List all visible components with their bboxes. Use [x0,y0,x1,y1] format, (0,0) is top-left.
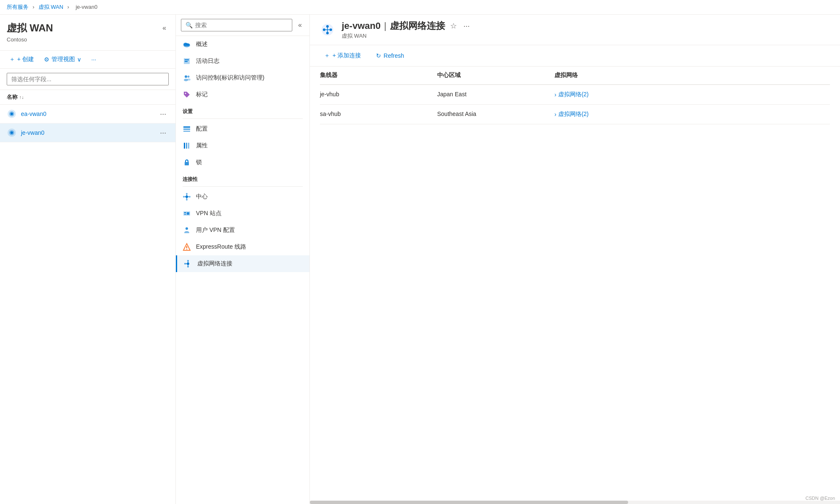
filter-input[interactable] [7,73,169,85]
region-column-header: 中心区域 [437,72,554,79]
nav-item-properties[interactable]: 属性 [176,137,309,154]
tag-icon [183,90,191,99]
nav-item-label: 锁 [196,159,202,166]
nav-item-label: 访问控制(标识和访问管理) [196,74,264,82]
nav-item-activity-log[interactable]: 活动日志 [176,53,309,69]
vnet-link[interactable]: › 虚拟网络(2) [554,111,672,118]
vpn-icon [183,209,191,218]
more-actions-button[interactable]: ··· [89,54,99,64]
breadcrumb-vwan[interactable]: 虚拟 WAN [39,4,63,10]
svg-point-51 [323,28,325,31]
gear-icon: ⚙ [44,56,49,63]
svg-rect-34 [184,212,186,213]
hub-cell: sa-vhub [320,111,437,118]
svg-rect-18 [183,129,190,130]
svg-point-40 [186,249,187,250]
vnet-connections-table: 集线器 中心区域 虚拟网络 je-vhub Japan East › 虚拟网络(… [310,67,840,501]
nav-item-label: 用户 VPN 配置 [196,226,235,234]
breadcrumb-current: je-vwan0 [76,4,98,10]
config-icon [183,125,191,133]
vnet-link[interactable]: › 虚拟网络(2) [554,91,672,98]
list-item[interactable]: ea-vwan0 ··· [0,105,175,123]
nav-item-tags[interactable]: 标记 [176,86,309,103]
properties-icon [183,141,191,150]
section-divider [183,118,303,119]
svg-point-8 [186,44,190,46]
content-panel: je-vwan0 | 虚拟网络连接 ☆ ··· 虚拟 WAN ＋ + 添加连接 … [310,15,840,504]
breadcrumb-all-services[interactable]: 所有服务 [7,4,28,10]
expressroute-icon [183,243,191,251]
svg-point-16 [185,93,186,94]
item-name[interactable]: ea-vwan0 [21,111,157,117]
log-icon [183,57,191,65]
nav-item-lock[interactable]: 锁 [176,154,309,171]
item-more-button[interactable]: ··· [157,109,169,118]
nav-item-user-vpn[interactable]: 用户 VPN 配置 [176,222,309,239]
table-row: je-vhub Japan East › 虚拟网络(2) [320,85,830,105]
svg-point-52 [330,28,332,31]
nav-item-hub[interactable]: 中心 [176,188,309,205]
svg-point-26 [186,199,188,201]
chevron-right-icon: › [554,111,557,118]
name-column-header: 名称 ↑↓ [7,93,24,101]
region-cell: Japan East [437,91,554,98]
collapse-nav-button[interactable]: « [296,21,304,30]
wan-icon [7,128,17,138]
sort-icon: ↑↓ [19,95,24,100]
refresh-button[interactable]: ↻ Refresh [372,50,408,62]
favorite-icon[interactable]: ☆ [448,20,459,32]
user-vpn-icon [183,226,191,234]
chevron-down-icon: ∨ [77,56,81,63]
nav-item-overview[interactable]: 概述 [176,36,309,53]
refresh-icon: ↻ [376,52,381,59]
settings-section-title: 设置 [176,103,309,117]
nav-item-config[interactable]: 配置 [176,121,309,137]
svg-rect-23 [185,162,189,165]
svg-rect-17 [183,126,190,128]
plus-icon: ＋ [9,56,15,63]
content-toolbar: ＋ + 添加连接 ↻ Refresh [310,45,840,67]
left-panel: 虚拟 WAN « Contoso ＋ + 创建 ⚙ 管理视图 ∨ ··· [0,15,176,504]
svg-point-15 [187,79,191,81]
nav-item-expressroute[interactable]: ExpressRoute 线路 [176,239,309,255]
nav-item-label: ExpressRoute 线路 [196,243,246,251]
nav-item-label: 虚拟网络连接 [197,260,232,267]
nav-item-vpn-sites[interactable]: VPN 站点 [176,205,309,222]
section-divider [183,186,303,187]
region-cell: Southeast Asia [437,111,554,118]
nav-panel: 🔍 « 概述 活动日志 [176,15,310,504]
svg-point-5 [10,131,13,134]
left-panel-title: 虚拟 WAN [7,21,53,35]
nav-item-vnet-connections[interactable]: 虚拟网络连接 [176,255,309,272]
add-connection-button[interactable]: ＋ + 添加连接 [320,49,365,62]
list-item[interactable]: je-vwan0 ··· [0,123,175,142]
svg-point-42 [187,260,189,262]
nav-item-label: 中心 [196,193,208,201]
item-name[interactable]: je-vwan0 [21,129,157,136]
cloud-icon [183,40,191,49]
create-button[interactable]: ＋ + 创建 [7,54,36,65]
nav-search-input[interactable] [195,22,288,28]
nav-item-label: 配置 [196,125,208,133]
collapse-left-panel-button[interactable]: « [160,23,169,33]
svg-rect-11 [185,61,188,62]
svg-point-37 [186,227,188,230]
wan-icon [7,109,17,119]
manage-view-button[interactable]: ⚙ 管理视图 ∨ [41,54,84,65]
svg-rect-10 [185,59,189,60]
svg-point-27 [183,196,185,198]
nav-search-container: 🔍 [181,19,292,31]
svg-rect-22 [188,143,189,149]
horizontal-scrollbar[interactable] [310,501,840,504]
svg-point-12 [185,75,187,78]
item-more-button[interactable]: ··· [157,128,169,137]
people-icon [183,74,191,82]
resource-type-label: 虚拟 WAN [342,32,830,40]
scrollbar-thumb[interactable] [310,501,628,504]
chevron-right-icon: › [554,91,557,98]
nav-item-access-control[interactable]: 访问控制(标识和访问管理) [176,69,309,86]
plus-icon: ＋ [324,52,330,59]
more-options-button[interactable]: ··· [462,20,472,32]
left-panel-subtitle: Contoso [7,36,169,43]
nav-item-label: 属性 [196,142,208,149]
